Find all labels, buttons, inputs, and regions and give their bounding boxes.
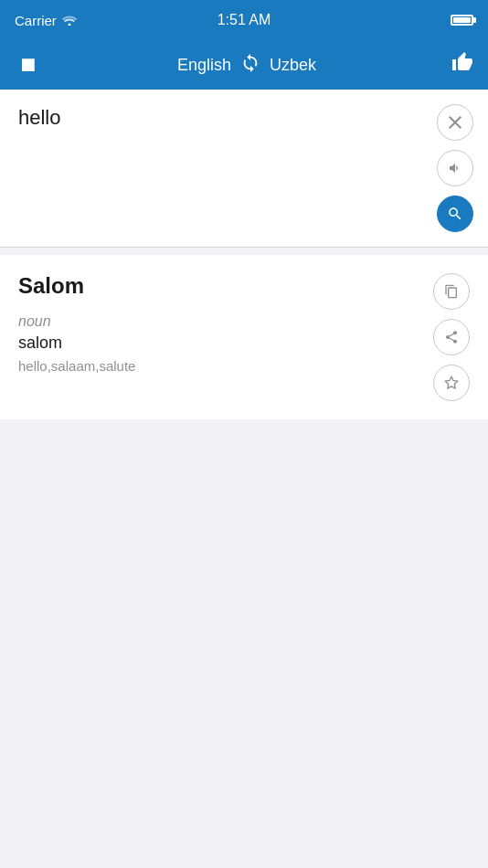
result-entry: noun salom hello,salaam,salute bbox=[18, 313, 422, 374]
language-selector: English Uzbek bbox=[177, 53, 316, 78]
share-icon bbox=[444, 330, 459, 344]
results-content: Salom noun salom hello,salaam,salute bbox=[18, 273, 422, 401]
toolbar: ⏹ English Uzbek bbox=[0, 40, 488, 90]
search-input-wrapper bbox=[18, 104, 426, 130]
favorite-button[interactable] bbox=[433, 365, 470, 401]
carrier-text: Carrier bbox=[15, 13, 57, 28]
carrier-wifi: Carrier bbox=[15, 13, 77, 28]
result-synonyms: hello,salaam,salute bbox=[18, 358, 422, 374]
target-language-button[interactable]: Uzbek bbox=[270, 56, 316, 75]
results-area: Salom noun salom hello,salaam,salute bbox=[0, 255, 488, 419]
share-button[interactable] bbox=[433, 319, 470, 355]
clear-button[interactable] bbox=[437, 104, 473, 141]
swap-language-button[interactable] bbox=[240, 53, 260, 78]
battery-icon bbox=[451, 15, 473, 26]
search-icon bbox=[447, 206, 463, 222]
star-icon bbox=[444, 376, 459, 390]
result-main-word: Salom bbox=[18, 273, 422, 299]
result-pos: noun bbox=[18, 313, 422, 330]
battery-area bbox=[451, 15, 473, 26]
speaker-icon bbox=[448, 161, 462, 175]
thumbs-up-icon bbox=[451, 51, 473, 73]
search-actions bbox=[437, 104, 473, 232]
status-bar: Carrier 1:51 AM bbox=[0, 0, 488, 40]
speak-button[interactable] bbox=[437, 150, 473, 186]
copy-button[interactable] bbox=[433, 273, 470, 310]
source-language-button[interactable]: English bbox=[177, 56, 231, 75]
search-input[interactable] bbox=[18, 106, 426, 130]
result-translation: salom bbox=[18, 333, 422, 353]
time-display: 1:51 AM bbox=[217, 12, 271, 28]
copy-icon bbox=[444, 284, 459, 299]
rate-button[interactable] bbox=[451, 51, 473, 79]
clear-icon bbox=[449, 116, 461, 129]
search-button[interactable] bbox=[437, 196, 473, 232]
history-icon: ⏹ bbox=[18, 53, 38, 76]
wifi-icon bbox=[62, 15, 77, 26]
swap-icon bbox=[240, 53, 260, 73]
history-button[interactable]: ⏹ bbox=[15, 51, 42, 79]
results-actions bbox=[433, 273, 470, 401]
search-area bbox=[0, 90, 488, 248]
